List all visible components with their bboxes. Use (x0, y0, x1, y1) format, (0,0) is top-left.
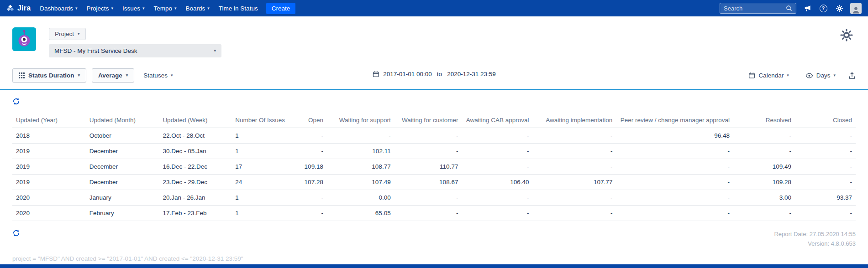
version-line: Version: 4.8.0.653 (774, 239, 856, 248)
top-navbar: Jira Dashboards ▾ Projects ▾ Issues ▾ Te… (0, 0, 868, 16)
table-cell: 108.67 (395, 175, 462, 190)
help-icon: ? (820, 5, 827, 12)
project-select-value: MFSD - My First Service Desk (54, 47, 137, 54)
table-cell: 107.77 (533, 175, 616, 190)
table-cell: 2019 (12, 175, 86, 190)
gear-icon (840, 28, 853, 42)
report-type-button[interactable]: Status Duration ▾ (12, 68, 86, 82)
scope-dropdown[interactable]: Project ▾ (49, 28, 86, 40)
bottom-bar (0, 264, 868, 268)
nav-item-label: Time in Status (219, 5, 258, 12)
scope-label: Project (55, 31, 74, 37)
export-button[interactable] (848, 72, 856, 79)
date-range-picker[interactable]: 2017-01-01 00:00 to 2020-12-31 23:59 (372, 71, 495, 77)
chevron-down-icon: ▾ (126, 73, 128, 77)
column-header: Peer review / change manager approval (616, 113, 733, 128)
version-value: 4.8.0.653 (831, 240, 856, 247)
table-cell: February (86, 206, 159, 221)
table-cell: 102.11 (327, 144, 395, 159)
report-settings-button[interactable] (840, 28, 853, 44)
table-cell: - (795, 144, 856, 159)
project-select[interactable]: MFSD - My First Service Desk ▾ (49, 44, 221, 57)
chevron-down-icon: ▾ (787, 73, 789, 77)
megaphone-icon (804, 5, 811, 12)
chevron-down-icon: ▾ (78, 32, 80, 36)
gear-icon (836, 5, 843, 12)
nav-item-label: Issues (122, 5, 140, 12)
table-row: 2020February17.Feb - 23.Feb1-65.05------ (12, 206, 856, 221)
column-header: Updated (Week) (159, 113, 231, 128)
refresh-row-top (0, 90, 868, 107)
table-cell: - (795, 159, 856, 175)
unit-dropdown[interactable]: Days ▾ (802, 69, 839, 82)
report-date-value: 27.05.2020 14:55 (810, 231, 856, 237)
chevron-down-icon: ▾ (207, 6, 210, 10)
table-cell: 109.18 (285, 159, 327, 175)
status-table: Updated (Year)Updated (Month)Updated (We… (12, 113, 856, 221)
table-cell: 22.Oct - 28.Oct (159, 128, 231, 144)
table-cell: - (795, 206, 856, 221)
table-cell: 109.49 (733, 159, 795, 175)
table-cell: - (285, 128, 327, 144)
nav-item-dashboards[interactable]: Dashboards ▾ (35, 0, 82, 16)
report-date-line: Report Date: 27.05.2020 14:55 (774, 229, 856, 239)
column-header: Open (285, 113, 327, 128)
nav-item-time-in-status[interactable]: Time in Status (214, 0, 263, 16)
create-button[interactable]: Create (266, 3, 296, 14)
refresh-button[interactable] (12, 98, 20, 105)
table-cell: 2019 (12, 144, 86, 159)
quick-search (720, 3, 796, 14)
search-input[interactable] (724, 5, 783, 12)
table-cell: 17.Feb - 23.Feb (159, 206, 231, 221)
table-cell: - (616, 206, 733, 221)
page-header: Project ▾ MFSD - My First Service Desk ▾ (0, 16, 868, 57)
table-cell: 30.Dec - 05.Jan (159, 144, 231, 159)
toolbar-left: Status Duration ▾ Average ▾ Statuses ▾ (12, 68, 176, 82)
table-cell: 1 (231, 128, 284, 144)
admin-settings-button[interactable] (834, 3, 844, 13)
table-cell: 20.Jan - 26.Jan (159, 190, 231, 206)
table-cell: December (86, 159, 159, 175)
export-icon (848, 72, 856, 79)
aggregation-button[interactable]: Average ▾ (92, 68, 134, 82)
nav-item-label: Tempo (153, 5, 172, 12)
table-cell: - (395, 144, 462, 159)
table-cell: - (533, 206, 616, 221)
nav-item-issues[interactable]: Issues ▾ (118, 0, 149, 16)
jira-logo-icon (6, 5, 14, 12)
table-cell: 0.00 (327, 190, 395, 206)
refresh-icon (12, 98, 20, 105)
brand-text: Jira (17, 4, 31, 12)
nav-item-tempo[interactable]: Tempo ▾ (149, 0, 181, 16)
jira-logo[interactable]: Jira (6, 4, 31, 12)
table-head: Updated (Year)Updated (Month)Updated (We… (12, 113, 856, 128)
table-cell: 107.49 (327, 175, 395, 190)
statuses-dropdown[interactable]: Statuses ▾ (140, 69, 176, 82)
version-label: Version: (808, 240, 829, 247)
chevron-down-icon: ▾ (75, 6, 78, 10)
table-cell: - (616, 190, 733, 206)
nav-item-boards[interactable]: Boards ▾ (181, 0, 214, 16)
column-header: Updated (Month) (86, 113, 159, 128)
table-cell: - (395, 206, 462, 221)
table-cell: - (733, 144, 795, 159)
table-cell: - (616, 175, 733, 190)
table-cell: 1 (231, 190, 284, 206)
calendar-dropdown[interactable]: Calendar ▾ (745, 69, 792, 82)
help-button[interactable]: ? (818, 3, 828, 13)
nav-item-projects[interactable]: Projects ▾ (82, 0, 118, 16)
chevron-down-icon: ▾ (78, 73, 80, 77)
user-avatar[interactable] (850, 3, 862, 14)
table-cell: - (795, 128, 856, 144)
refresh-button-bottom[interactable] (12, 229, 20, 237)
table-body: 2018October22.Oct - 28.Oct1-----96.48--2… (12, 128, 856, 221)
feedback-megaphone-icon[interactable] (802, 3, 812, 13)
refresh-icon (12, 229, 20, 237)
table-cell: - (533, 159, 616, 175)
report-table-wrap: Updated (Year)Updated (Month)Updated (We… (0, 107, 868, 221)
table-cell: - (533, 190, 616, 206)
jql-query-text: project = "MFSD" AND created >= "2017-01… (0, 249, 868, 262)
table-cell: - (327, 128, 395, 144)
calendar-icon (748, 72, 755, 79)
table-cell: 17 (231, 159, 284, 175)
